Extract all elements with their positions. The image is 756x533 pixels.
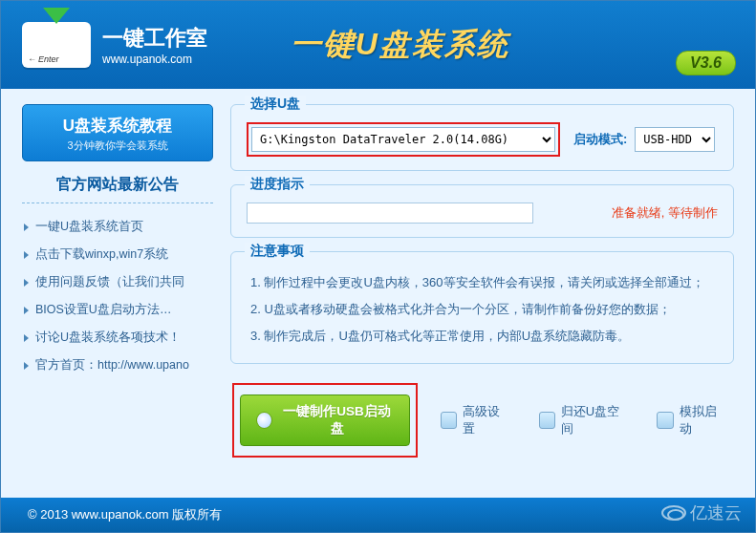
section-title: 选择U盘 [245, 96, 306, 113]
copyright: © 2013 www.upanok.com 版权所有 [28, 506, 222, 523]
highlight-box: G:\Kingston DataTraveler 2.0(14.08G) [247, 122, 560, 157]
simulate-boot-button[interactable]: 模拟启动 [651, 399, 732, 441]
note-item: U盘或者移动硬盘会被格式化并合为一个分区，请制作前备份好您的数据； [250, 296, 718, 323]
button-label: 归还U盘空间 [561, 403, 629, 437]
usb-drive-select[interactable]: G:\Kingston DataTraveler 2.0(14.08G) [251, 127, 555, 152]
sidebar-link[interactable]: 使用问题反馈（让我们共同 [22, 268, 213, 296]
monitor-icon [657, 412, 673, 429]
brand-url: www.upanok.com [102, 53, 207, 66]
version-badge: V3.6 [676, 51, 736, 75]
progress-status: 准备就绪, 等待制作 [612, 204, 718, 222]
disc-icon [256, 412, 272, 429]
advanced-settings-button[interactable]: 高级设置 [435, 399, 516, 441]
gear-icon [441, 412, 457, 429]
note-item: 制作过程中会更改U盘内核，360等安全软件会有误报，请关闭或选择全部通过； [250, 269, 718, 296]
enter-key-label: Enter [28, 54, 59, 64]
sidebar-link[interactable]: BIOS设置U盘启动方法… [22, 296, 213, 324]
highlight-box: 一键制作USB启动盘 [232, 383, 418, 458]
tutorial-button[interactable]: U盘装系统教程 3分钟教你学会装系统 [22, 104, 213, 161]
logo-icon: Enter [22, 22, 91, 68]
boot-mode-select[interactable]: USB-HDD [635, 127, 715, 152]
main-panel: 选择U盘 G:\Kingston DataTraveler 2.0(14.08G… [230, 104, 734, 490]
sidebar-link[interactable]: 官方首页：http://www.upano [22, 352, 213, 379]
brand-name: 一键工作室 [102, 24, 207, 53]
footer: © 2013 www.upanok.com 版权所有 亿速云 [1, 498, 755, 532]
create-usb-button[interactable]: 一键制作USB启动盘 [240, 394, 410, 446]
announcement-list: 一键U盘装系统首页 点击下载winxp,win7系统 使用问题反馈（让我们共同 … [22, 213, 213, 379]
restore-space-button[interactable]: 归还U盘空间 [533, 399, 635, 441]
restore-icon [539, 412, 555, 429]
progress-bar [247, 203, 533, 224]
select-usb-section: 选择U盘 G:\Kingston DataTraveler 2.0(14.08G… [230, 104, 734, 171]
app-header: Enter 一键工作室 www.upanok.com 一键U盘装系统 V3.6 [1, 1, 755, 89]
announcement-heading: 官方网站最新公告 [22, 175, 213, 203]
notes-section: 注意事项 制作过程中会更改U盘内核，360等安全软件会有误报，请关闭或选择全部通… [230, 251, 734, 364]
sidebar: U盘装系统教程 3分钟教你学会装系统 官方网站最新公告 一键U盘装系统首页 点击… [22, 104, 213, 490]
note-item: 制作完成后，U盘仍可格式化等正常使用，内部U盘系统隐藏防毒。 [250, 323, 718, 350]
tutorial-title: U盘装系统教程 [27, 115, 208, 137]
watermark: 亿速云 [661, 501, 742, 524]
boot-mode-label: 启动模式: [573, 131, 627, 148]
progress-section: 进度指示 准备就绪, 等待制作 [230, 184, 734, 238]
section-title: 注意事项 [245, 243, 310, 260]
tutorial-subtitle: 3分钟教你学会装系统 [27, 139, 208, 153]
sidebar-link[interactable]: 一键U盘装系统首页 [22, 213, 213, 241]
button-label: 模拟启动 [680, 403, 726, 437]
section-title: 进度指示 [245, 176, 310, 193]
sidebar-link[interactable]: 点击下载winxp,win7系统 [22, 241, 213, 268]
button-label: 高级设置 [463, 403, 509, 437]
sidebar-link[interactable]: 讨论U盘装系统各项技术！ [22, 324, 213, 352]
cloud-icon [661, 505, 686, 521]
app-title: 一键U盘装系统 [291, 24, 509, 66]
button-label: 一键制作USB启动盘 [280, 403, 394, 437]
